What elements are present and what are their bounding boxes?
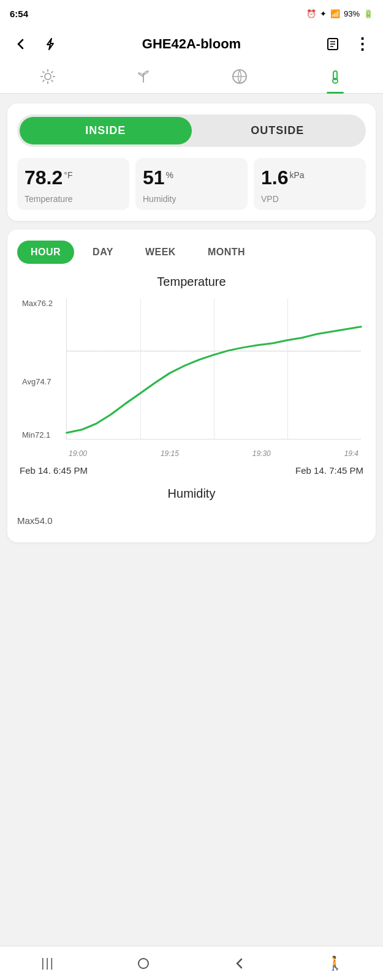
- vpd-label: VPD: [261, 194, 360, 204]
- svg-line-12: [43, 80, 45, 82]
- svg-line-13: [51, 72, 53, 73]
- x-label-3: 19:4: [344, 449, 358, 458]
- back-button[interactable]: [10, 33, 32, 55]
- lightning-button[interactable]: [39, 33, 61, 55]
- sensor-readings: 78.2°F Temperature 51% Humidity 1.6kPa V…: [17, 158, 366, 210]
- outside-button[interactable]: OUTSIDE: [192, 117, 364, 144]
- temperature-chart-title: Temperature: [17, 275, 366, 289]
- date-end: Feb 14. 7:45 PM: [295, 465, 363, 476]
- svg-rect-19: [138, 959, 148, 968]
- bottom-nav: ||| 🚶: [0, 946, 383, 980]
- avg-label: Avg74.7: [22, 377, 64, 386]
- date-start: Feb 14. 6:45 PM: [20, 465, 88, 476]
- top-nav: GHE42A-bloom ⋮: [0, 27, 383, 61]
- x-label-0: 19:00: [69, 449, 87, 458]
- humidity-value: 51%: [143, 166, 241, 189]
- status-icons: ⏰ ✦ 📶 93% 🔋: [306, 9, 373, 18]
- month-button[interactable]: MONTH: [194, 241, 259, 264]
- tab-plant[interactable]: [128, 66, 159, 91]
- nav-person-button[interactable]: 🚶: [320, 948, 351, 979]
- plant-icon: [135, 69, 151, 88]
- tab-temp[interactable]: [320, 66, 351, 91]
- humidity-chart-title: Humidity: [17, 487, 366, 501]
- inside-button[interactable]: INSIDE: [20, 117, 192, 144]
- thermometer-icon: [327, 69, 343, 88]
- tab-light[interactable]: [32, 66, 63, 91]
- max-label: Max76.2: [22, 299, 64, 308]
- min-label: Min72.1: [22, 430, 64, 440]
- status-bar: 6:54 ⏰ ✦ 📶 93% 🔋: [0, 0, 383, 27]
- date-range: Feb 14. 6:45 PM Feb 14. 7:45 PM: [17, 465, 366, 476]
- temperature-line-svg: [67, 299, 361, 439]
- nav-back-button[interactable]: [224, 948, 255, 979]
- svg-marker-0: [47, 39, 53, 50]
- week-button[interactable]: WEEK: [132, 241, 189, 264]
- vpd-sensor: 1.6kPa VPD: [254, 158, 366, 210]
- x-axis-labels: 19:00 19:15 19:30 19:4: [66, 449, 361, 458]
- more-options-button[interactable]: ⋮: [351, 33, 373, 55]
- day-button[interactable]: DAY: [79, 241, 127, 264]
- wifi-icon: 📶: [330, 9, 340, 18]
- temperature-sensor: 78.2°F Temperature: [17, 158, 129, 210]
- sun-icon: [40, 69, 56, 88]
- temperature-chart-section: Temperature Max76.2 Avg74.7 Min72.1: [17, 275, 366, 458]
- temperature-label: Temperature: [25, 194, 123, 204]
- nav-home-button[interactable]: [128, 948, 159, 979]
- nav-menu-button[interactable]: |||: [32, 948, 63, 979]
- y-axis-labels: Max76.2 Avg74.7 Min72.1: [22, 299, 64, 440]
- vpd-value: 1.6kPa: [261, 166, 360, 189]
- temperature-value: 78.2°F: [25, 166, 123, 189]
- svg-line-10: [43, 72, 45, 73]
- sensor-card: INSIDE OUTSIDE 78.2°F Temperature 51% Hu…: [7, 103, 376, 221]
- alarm-icon: ⏰: [306, 9, 316, 18]
- x-label-2: 19:30: [252, 449, 271, 458]
- humidity-max-label: Max54.0: [17, 515, 53, 526]
- bluetooth-icon: ✦: [320, 9, 327, 18]
- temperature-chart-container: Max76.2 Avg74.7 Min72.1: [22, 299, 366, 458]
- battery-icon: 🔋: [363, 9, 373, 18]
- document-button[interactable]: [322, 33, 344, 55]
- tab-lines[interactable]: [224, 66, 255, 91]
- lines-icon: [232, 69, 248, 88]
- svg-point-5: [45, 73, 51, 80]
- hour-button[interactable]: HOUR: [17, 241, 74, 264]
- battery-text: 93%: [344, 9, 360, 18]
- main-content: INSIDE OUTSIDE 78.2°F Temperature 51% Hu…: [0, 94, 383, 552]
- svg-line-11: [51, 80, 53, 82]
- chart-plot-area: [66, 299, 361, 440]
- location-toggle: INSIDE OUTSIDE: [17, 114, 366, 147]
- status-time: 6:54: [10, 9, 28, 19]
- humidity-sensor: 51% Humidity: [135, 158, 248, 210]
- x-label-1: 19:15: [161, 449, 179, 458]
- humidity-label: Humidity: [143, 194, 241, 204]
- time-range-selector: HOUR DAY WEEK MONTH: [17, 241, 366, 264]
- tab-bar: [0, 61, 383, 94]
- humidity-chart-section: Humidity Max54.0: [17, 487, 366, 531]
- page-title: GHE42A-bloom: [69, 36, 314, 52]
- chart-card: HOUR DAY WEEK MONTH Temperature Max76.2 …: [7, 230, 376, 542]
